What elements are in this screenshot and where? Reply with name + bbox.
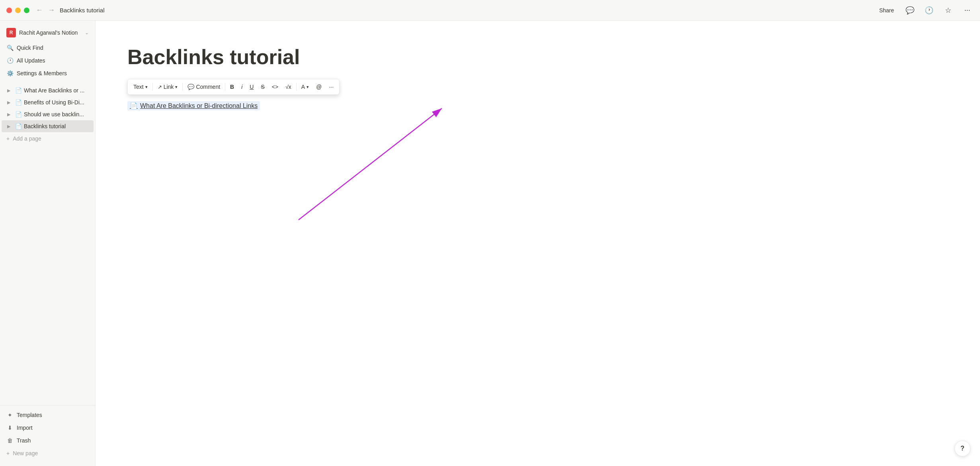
sidebar-bottom: ✦ Templates ⬇ Import 🗑 Trash + New page bbox=[0, 405, 95, 466]
trash-icon: 🗑 bbox=[6, 437, 14, 444]
more-options-icon[interactable]: ··· bbox=[961, 4, 974, 17]
sidebar-item-label: Templates bbox=[17, 412, 42, 418]
workspace-selector[interactable]: R Rachit Agarwal's Notion ⌄ bbox=[2, 25, 94, 40]
sidebar-page-item-1[interactable]: ▶ 📄 What Are Backlinks or ... bbox=[2, 84, 94, 96]
annotation-svg bbox=[287, 100, 486, 240]
page-chevron-icon: ▶ bbox=[5, 86, 13, 94]
sidebar-item-label: Settings & Members bbox=[17, 70, 67, 76]
sidebar-item-templates[interactable]: ✦ Templates bbox=[2, 409, 94, 421]
strikethrough-button[interactable]: S bbox=[258, 81, 267, 93]
color-button[interactable]: A ▾ bbox=[298, 81, 312, 93]
add-page-label: Add a page bbox=[13, 135, 41, 142]
clock-icon: 🕐 bbox=[6, 57, 14, 64]
help-button[interactable]: ? bbox=[955, 441, 970, 456]
page-doc-icon: 📄 bbox=[14, 98, 22, 106]
workspace-avatar: R bbox=[6, 28, 16, 37]
sidebar: R Rachit Agarwal's Notion ⌄ 🔍 Quick Find… bbox=[0, 0, 96, 466]
comment-button[interactable]: 💬 Comment bbox=[184, 81, 223, 93]
underline-label: U bbox=[250, 84, 254, 90]
page-content-block: 📄 What Are Backlinks or Bi-directional L… bbox=[127, 101, 948, 110]
toolbar-divider bbox=[225, 83, 225, 91]
toolbar-divider bbox=[152, 83, 153, 91]
code-button[interactable]: <> bbox=[269, 81, 281, 93]
sidebar-item-label: All Updates bbox=[17, 57, 45, 64]
math-label: √x bbox=[285, 84, 291, 90]
close-button[interactable] bbox=[6, 8, 12, 13]
page-link[interactable]: 📄 What Are Backlinks or Bi-directional L… bbox=[127, 101, 260, 110]
comment-bubble-icon: 💬 bbox=[187, 84, 194, 90]
mention-label: @ bbox=[316, 84, 322, 90]
sidebar-item-quick-find[interactable]: 🔍 Quick Find bbox=[2, 41, 94, 54]
text-type-button[interactable]: Text ▾ bbox=[130, 81, 151, 93]
search-icon: 🔍 bbox=[6, 44, 14, 51]
sidebar-top: R Rachit Agarwal's Notion ⌄ 🔍 Quick Find… bbox=[0, 21, 95, 83]
page-chevron-icon: ▶ bbox=[5, 122, 13, 130]
sidebar-item-all-updates[interactable]: 🕐 All Updates bbox=[2, 54, 94, 67]
mention-button[interactable]: @ bbox=[313, 81, 325, 93]
bold-label: B bbox=[230, 84, 234, 90]
page-title-text: Backlinks tutorial bbox=[24, 123, 90, 129]
svg-line-1 bbox=[299, 108, 442, 220]
import-icon: ⬇ bbox=[6, 424, 14, 431]
bold-button[interactable]: B bbox=[227, 81, 237, 93]
share-button[interactable]: Share bbox=[876, 6, 897, 15]
new-page-button[interactable]: + New page bbox=[2, 447, 94, 460]
sidebar-item-label: Trash bbox=[17, 437, 31, 444]
sidebar-item-settings[interactable]: ⚙️ Settings & Members bbox=[2, 67, 94, 80]
more-options-button[interactable]: ··· bbox=[326, 81, 337, 93]
sidebar-item-import[interactable]: ⬇ Import bbox=[2, 421, 94, 434]
strikethrough-label: S bbox=[261, 84, 264, 90]
sidebar-item-label: Quick Find bbox=[17, 45, 43, 51]
color-label: A bbox=[301, 84, 305, 90]
underline-button[interactable]: U bbox=[246, 81, 257, 93]
page-title-text: Benefits of Using Bi-Di... bbox=[24, 99, 90, 106]
forward-arrow[interactable]: → bbox=[48, 6, 55, 14]
favorite-icon[interactable]: ☆ bbox=[942, 4, 955, 17]
help-label: ? bbox=[960, 445, 964, 452]
gear-icon: ⚙️ bbox=[6, 70, 14, 77]
sidebar-page-item-3[interactable]: ▶ 📄 Should we use backlin... bbox=[2, 108, 94, 120]
link-button[interactable]: ↗ Link ▾ bbox=[154, 81, 181, 93]
titlebar-actions: Share 💬 🕐 ☆ ··· bbox=[876, 4, 974, 17]
add-page-button[interactable]: + Add a page bbox=[2, 132, 94, 145]
main-content: Backlinks tutorial Text ▾ ↗ Link ▾ 💬 Com… bbox=[96, 0, 980, 466]
plus-icon: + bbox=[6, 450, 10, 456]
page-title-text: What Are Backlinks or ... bbox=[24, 87, 90, 94]
page-chevron-icon: ▶ bbox=[5, 110, 13, 118]
titlebar: ← → Backlinks tutorial Share 💬 🕐 ☆ ··· bbox=[0, 0, 980, 21]
toolbar-divider bbox=[296, 83, 297, 91]
back-arrow[interactable]: ← bbox=[36, 6, 43, 14]
workspace-chevron-icon: ⌄ bbox=[85, 30, 89, 35]
content-area[interactable]: Backlinks tutorial Text ▾ ↗ Link ▾ 💬 Com… bbox=[96, 21, 980, 466]
page-doc-icon: 📄 bbox=[14, 110, 22, 118]
sidebar-item-label: Import bbox=[17, 425, 33, 431]
sidebar-page-item-2[interactable]: ▶ 📄 Benefits of Using Bi-Di... bbox=[2, 96, 94, 108]
text-toolbar: Text ▾ ↗ Link ▾ 💬 Comment B i U bbox=[127, 79, 340, 95]
link-label: Link bbox=[164, 84, 174, 90]
page-breadcrumb: Backlinks tutorial bbox=[60, 7, 105, 14]
plus-icon: + bbox=[6, 135, 10, 142]
italic-label: i bbox=[241, 84, 242, 90]
sidebar-page-item-4[interactable]: ▶ 📄 Backlinks tutorial bbox=[2, 120, 94, 132]
templates-icon: ✦ bbox=[6, 411, 14, 419]
comment-label: Comment bbox=[196, 84, 220, 90]
text-chevron-icon: ▾ bbox=[145, 84, 148, 90]
italic-button[interactable]: i bbox=[238, 81, 246, 93]
maximize-button[interactable] bbox=[24, 8, 29, 13]
more-options-label: ··· bbox=[329, 84, 334, 90]
page-doc-icon: 📄 bbox=[14, 122, 22, 130]
link-arrow-icon: ↗ bbox=[158, 84, 162, 90]
page-chevron-icon: ▶ bbox=[5, 98, 13, 106]
titlebar-nav: ← → Backlinks tutorial bbox=[36, 6, 876, 14]
page-doc-icon: 📄 bbox=[14, 86, 22, 94]
minimize-button[interactable] bbox=[15, 8, 21, 13]
sidebar-pages: ▶ 📄 What Are Backlinks or ... ▶ 📄 Benefi… bbox=[0, 83, 95, 405]
math-button[interactable]: √x bbox=[282, 81, 295, 93]
comment-icon[interactable]: 💬 bbox=[904, 4, 916, 17]
history-icon[interactable]: 🕐 bbox=[923, 4, 935, 17]
page-title: Backlinks tutorial bbox=[127, 45, 948, 69]
color-chevron-icon: ▾ bbox=[306, 84, 309, 90]
toolbar-divider bbox=[182, 83, 183, 91]
sidebar-item-trash[interactable]: 🗑 Trash bbox=[2, 434, 94, 447]
link-chevron-icon: ▾ bbox=[175, 84, 178, 90]
